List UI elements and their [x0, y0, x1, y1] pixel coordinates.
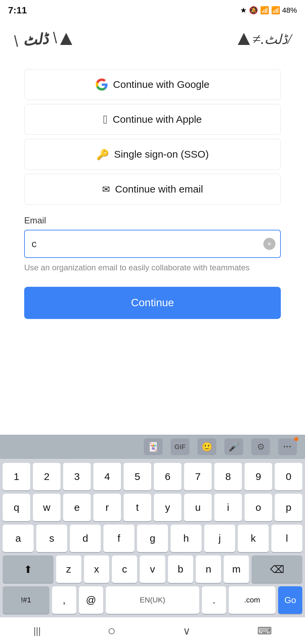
back-icon: ||| [34, 626, 41, 636]
key-w[interactable]: w [33, 494, 60, 521]
key-o[interactable]: o [245, 494, 272, 521]
key-j[interactable]: j [204, 525, 235, 552]
email-input-wrapper: × [24, 230, 281, 258]
key-b[interactable]: b [168, 555, 193, 583]
key-4[interactable]: 4 [93, 463, 121, 490]
key-t[interactable]: t [124, 494, 151, 521]
key-8[interactable]: 8 [214, 463, 242, 490]
shift-icon: ⬆ [24, 564, 32, 575]
key-period[interactable]: . [202, 586, 226, 614]
keyboard-zxcv-row: ⬆ z x c v b n m ⌫ [3, 555, 302, 583]
key-2[interactable]: 2 [33, 463, 60, 490]
key-k[interactable]: k [238, 525, 269, 552]
key-q[interactable]: q [3, 494, 30, 521]
settings-button[interactable]: ⚙ [251, 438, 270, 455]
key-icon: 🔑 [96, 149, 109, 160]
email-input[interactable] [24, 230, 281, 258]
mic-icon: 🎤 [228, 442, 239, 452]
sketch-decoration-right: ≠.ڈلٹ/ [253, 31, 292, 48]
emoji-icon: 🙂 [202, 442, 212, 452]
keyboard-rows: 1 2 3 4 5 6 7 8 9 0 q w e r t y u i o p … [0, 459, 305, 614]
nav-home-button[interactable]: ○ [107, 623, 116, 638]
email-button-label: Continue with email [115, 183, 203, 195]
emoji-button[interactable]: 🙂 [198, 438, 216, 455]
status-icons: ★ 🔕 📶 📶 48% [240, 6, 297, 15]
key-6[interactable]: 6 [154, 463, 181, 490]
mic-button[interactable]: 🎤 [224, 438, 243, 455]
nav-keyboard-button[interactable]: ⌨ [257, 625, 272, 637]
key-l[interactable]: l [271, 525, 302, 552]
key-e[interactable]: e [63, 494, 91, 521]
key-9[interactable]: 9 [245, 463, 272, 490]
key-i[interactable]: i [214, 494, 242, 521]
key-dotcom[interactable]: .com [229, 586, 275, 614]
continue-button[interactable]: Continue [24, 287, 281, 319]
key-3[interactable]: 3 [63, 463, 91, 490]
signal-icon: 📶 [271, 6, 280, 15]
keyboard-area: 🃏 GIF 🙂 🎤 ⚙ ••• 1 2 3 4 5 6 7 8 [0, 435, 305, 644]
key-shift[interactable]: ⬆ [3, 555, 53, 583]
sketch-right: ≠.ڈلٹ/ [238, 31, 292, 48]
key-a[interactable]: a [3, 525, 34, 552]
nav-down-button[interactable]: ∨ [183, 625, 190, 637]
continue-button-label: Continue [131, 297, 174, 309]
battery-text: 48% [282, 6, 297, 15]
key-r[interactable]: r [93, 494, 121, 521]
status-bar: 7:11 ★ 🔕 📶 📶 48% [0, 0, 305, 19]
sketch-left: \ ڈلٹ \ [13, 29, 72, 49]
key-go[interactable]: Go [278, 586, 302, 614]
key-h[interactable]: h [171, 525, 202, 552]
email-hint: Use an organization email to easily coll… [24, 262, 281, 273]
key-p[interactable]: p [275, 494, 302, 521]
email-section: Email × Use an organization email to eas… [24, 215, 281, 273]
email-clear-button[interactable]: × [263, 238, 275, 250]
key-backspace[interactable]: ⌫ [252, 555, 302, 583]
sketch-triangle-left [60, 33, 72, 45]
sso-button-label: Single sign-on (SSO) [114, 149, 209, 160]
key-7[interactable]: 7 [184, 463, 212, 490]
key-0[interactable]: 0 [275, 463, 302, 490]
sketch-decoration-left: \ ڈلٹ \ [13, 27, 58, 51]
key-5[interactable]: 5 [124, 463, 151, 490]
home-icon: ○ [107, 623, 116, 638]
key-v[interactable]: v [140, 555, 165, 583]
key-n[interactable]: n [196, 555, 221, 583]
apple-button-label: Continue with Apple [113, 114, 202, 125]
main-content: Continue with Google  Continue with App… [0, 59, 305, 435]
keyboard-bottom-row: !#1 , @ EN(UK) . .com Go [3, 586, 302, 614]
gif-label: GIF [174, 443, 185, 451]
notification-dot [294, 437, 298, 441]
sso-button[interactable]: 🔑 Single sign-on (SSO) [24, 139, 281, 170]
gif-button[interactable]: GIF [171, 438, 189, 455]
key-space[interactable]: EN(UK) [106, 586, 199, 614]
key-comma[interactable]: , [52, 586, 76, 614]
email-icon: ✉ [102, 184, 110, 195]
key-g[interactable]: g [137, 525, 168, 552]
chevron-down-icon: ∨ [183, 625, 190, 637]
key-s[interactable]: s [36, 525, 67, 552]
key-m[interactable]: m [224, 555, 249, 583]
key-u[interactable]: u [184, 494, 212, 521]
auth-buttons-group: Continue with Google  Continue with App… [24, 69, 281, 205]
nav-back-button[interactable]: ||| [34, 626, 41, 636]
keyboard-toolbar: 🃏 GIF 🙂 🎤 ⚙ ••• [0, 435, 305, 459]
key-y[interactable]: y [154, 494, 181, 521]
key-c[interactable]: c [112, 555, 137, 583]
key-x[interactable]: x [84, 555, 109, 583]
key-f[interactable]: f [103, 525, 134, 552]
header-sketch: \ ڈلٹ \ ≠.ڈلٹ/ [0, 19, 305, 59]
key-symbols[interactable]: !#1 [3, 586, 49, 614]
key-z[interactable]: z [56, 555, 81, 583]
bottom-nav-bar: ||| ○ ∨ ⌨ [0, 617, 305, 644]
keyboard-asdf-row: a s d f g h j k l [3, 525, 302, 552]
continue-with-google-button[interactable]: Continue with Google [24, 69, 281, 100]
sticker-button[interactable]: 🃏 [144, 438, 163, 455]
key-d[interactable]: d [70, 525, 101, 552]
bluetooth-icon: ★ [240, 6, 247, 15]
key-1[interactable]: 1 [3, 463, 30, 490]
key-at[interactable]: @ [79, 586, 103, 614]
more-button[interactable]: ••• [278, 438, 297, 455]
continue-with-apple-button[interactable]:  Continue with Apple [24, 104, 281, 135]
continue-with-email-button[interactable]: ✉ Continue with email [24, 174, 281, 205]
more-icon: ••• [284, 443, 292, 450]
